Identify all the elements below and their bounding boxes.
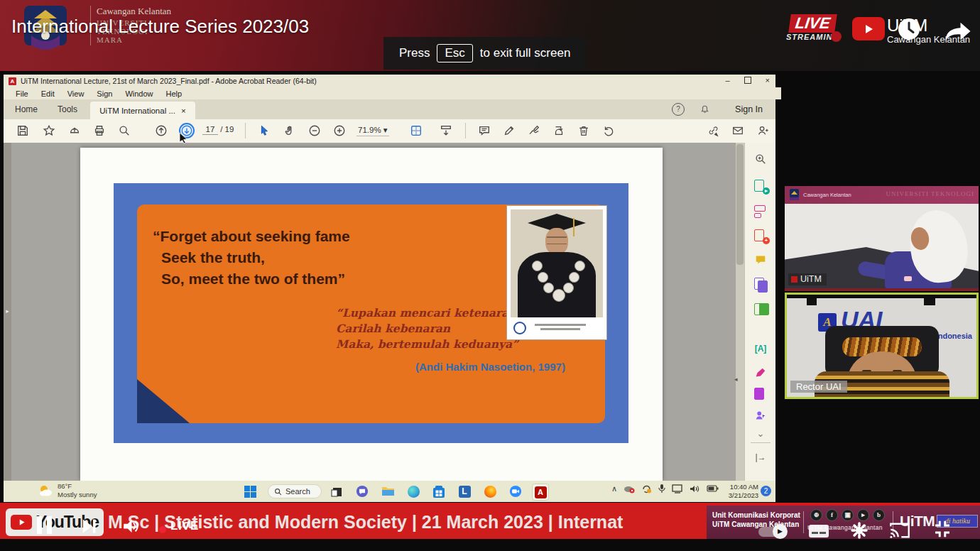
player-progress-bar[interactable] (0, 503, 980, 506)
menu-view[interactable]: View (61, 89, 91, 98)
restore-button[interactable] (744, 77, 751, 84)
firefox-icon[interactable] (482, 484, 498, 499)
sign-in-button[interactable]: Sign In (735, 99, 763, 119)
open-tools-pane-icon[interactable]: |→ (754, 452, 767, 465)
close-button[interactable]: × (766, 76, 770, 84)
watch-later-clock-icon[interactable] (896, 16, 922, 42)
stamp-icon[interactable] (552, 124, 565, 137)
onedrive-sync-icon[interactable] (624, 484, 635, 493)
subtitles-icon[interactable] (808, 523, 829, 539)
cast-display-icon[interactable] (672, 484, 683, 493)
live-button[interactable]: LIVE (170, 519, 199, 533)
acrobat-tabbar: Home Tools UiTM International ... × ? Si… (4, 99, 775, 119)
compress-pdf-icon[interactable]: [A] (754, 344, 767, 356)
scroll-mode-icon[interactable] (440, 124, 452, 137)
tray-chevron-icon[interactable]: ∧ (611, 484, 617, 493)
page-display-icon[interactable] (410, 124, 423, 137)
microsoft-store-icon[interactable] (431, 484, 447, 499)
send-for-review-icon[interactable] (754, 409, 767, 422)
acrobat-taskbar-icon[interactable]: A (532, 484, 549, 501)
autoplay-toggle[interactable]: ▶ (758, 527, 785, 537)
acrobat-window: A UiTM International Lecture, 21st of Ma… (4, 75, 775, 481)
exit-fullscreen-icon[interactable] (932, 518, 953, 540)
microphone-icon[interactable] (658, 484, 665, 493)
pdf-page: “Forget about seeking fame Seek the trut… (80, 148, 663, 481)
trash-icon[interactable] (577, 124, 590, 137)
tab-close-icon[interactable]: × (181, 107, 186, 115)
highlight-pen-icon[interactable] (503, 124, 516, 137)
hand-tool-icon[interactable] (283, 124, 296, 137)
stream-ticker-bar: YouTube M.Sc | Statistic and Modern Soci… (0, 506, 980, 539)
taskbar-clock[interactable]: 10:40 AM 3/21/2023 (717, 483, 758, 500)
pause-button[interactable] (37, 516, 52, 534)
task-view-icon[interactable] (329, 484, 344, 499)
file-explorer-icon[interactable] (380, 484, 396, 499)
collapse-right-pane-arrow[interactable]: ◂ (734, 376, 738, 383)
notifications-bell-icon[interactable] (699, 103, 710, 114)
tab-tools[interactable]: Tools (48, 99, 87, 119)
weather-widget[interactable]: 86°F Mostly sunny (38, 482, 97, 499)
cam-banner-watermark: UNIVERSITI TEKNOLOGI (886, 190, 974, 197)
menu-edit[interactable]: Edit (35, 89, 61, 98)
export-pdf-icon[interactable]: ▸ (754, 180, 767, 192)
minimize-button[interactable]: – (725, 76, 729, 84)
menu-file[interactable]: File (9, 89, 35, 98)
undo-icon[interactable] (602, 124, 615, 137)
update-icon[interactable] (641, 484, 652, 493)
scrollbar-thumb[interactable] (736, 144, 744, 265)
left-nav-pane-strip[interactable]: ▸ (4, 143, 11, 481)
mail-icon[interactable] (731, 124, 744, 137)
edit-pdf-icon[interactable] (754, 205, 767, 218)
speaker-icon[interactable] (690, 484, 700, 493)
notification-count-badge[interactable]: 2 (761, 486, 771, 496)
share-icon[interactable] (943, 18, 973, 44)
next-button[interactable] (80, 517, 98, 535)
settings-gear-icon[interactable] (849, 520, 869, 540)
menu-help[interactable]: Help (160, 89, 189, 98)
select-tool-icon[interactable] (258, 124, 271, 137)
more-tools-chevron-icon[interactable]: ⌄ (754, 428, 767, 441)
link-tool-icon[interactable] (707, 124, 719, 137)
cast-icon[interactable] (889, 521, 910, 540)
taskbar-search[interactable]: Search (268, 484, 322, 498)
paper-note (904, 276, 912, 281)
organize-pages-icon[interactable] (754, 302, 767, 315)
edge-browser-icon[interactable] (405, 484, 421, 499)
zoom-in-icon[interactable] (333, 124, 346, 137)
share-people-icon[interactable] (756, 124, 769, 137)
zoom-level-dropdown[interactable]: 71.9% ▾ (356, 125, 389, 136)
find-icon[interactable] (118, 124, 131, 137)
request-signatures-icon[interactable] (754, 388, 767, 400)
save-icon[interactable] (16, 124, 29, 137)
help-icon[interactable]: ? (672, 103, 685, 116)
comment-icon[interactable] (478, 124, 491, 137)
previous-page-icon[interactable] (155, 124, 168, 137)
search-tools-icon[interactable] (754, 153, 767, 165)
volume-icon[interactable] (122, 518, 141, 535)
zoom-app-icon[interactable] (508, 484, 523, 499)
start-button[interactable] (242, 484, 258, 499)
current-page-input[interactable]: 17 (202, 125, 218, 135)
fill-sign-icon[interactable] (528, 124, 540, 137)
vertical-scrollbar[interactable] (736, 143, 744, 481)
comment-tool-icon[interactable] (754, 253, 767, 266)
exit-fullscreen-toast: Press Esc to exit full screen (383, 37, 586, 70)
cam-bottom-strip (785, 288, 979, 291)
combine-files-icon[interactable] (754, 278, 767, 290)
menu-sign[interactable]: Sign (90, 89, 119, 98)
chat-icon[interactable] (354, 484, 370, 499)
expand-left-pane-arrow[interactable]: ▸ (6, 307, 9, 315)
zoom-out-icon[interactable] (308, 124, 321, 137)
print-icon[interactable] (93, 124, 106, 137)
star-favorites-icon[interactable] (43, 124, 55, 137)
tab-document-label: UiTM International ... (99, 107, 175, 115)
weather-temp: 86°F (58, 482, 97, 491)
tab-document[interactable]: UiTM International ... × (90, 102, 195, 119)
share-document-icon[interactable] (68, 124, 81, 137)
app-l-icon[interactable]: L (457, 484, 472, 499)
tab-home[interactable]: Home (5, 99, 48, 119)
create-pdf-icon[interactable]: + (754, 229, 767, 242)
page-number-box[interactable]: 17 / 19 (202, 125, 234, 135)
menu-window[interactable]: Window (119, 89, 159, 98)
fill-sign-tool-icon[interactable] (754, 366, 767, 379)
